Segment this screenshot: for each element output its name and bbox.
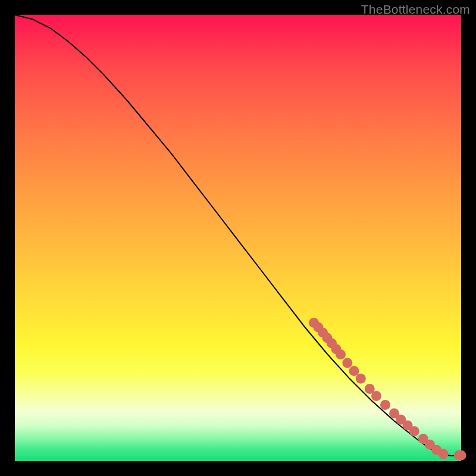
data-point	[380, 400, 390, 410]
data-points-group	[309, 318, 466, 461]
chart-svg	[15, 15, 461, 461]
data-point	[349, 366, 359, 376]
bottleneck-curve	[15, 15, 461, 456]
data-point	[456, 450, 466, 461]
data-point	[342, 358, 352, 368]
plot-area	[15, 15, 461, 461]
data-point	[371, 391, 381, 401]
data-point	[439, 449, 449, 459]
data-point	[409, 426, 419, 436]
data-point	[336, 349, 346, 359]
data-point	[356, 374, 366, 384]
chart-stage: TheBottleneck.com	[0, 0, 476, 476]
